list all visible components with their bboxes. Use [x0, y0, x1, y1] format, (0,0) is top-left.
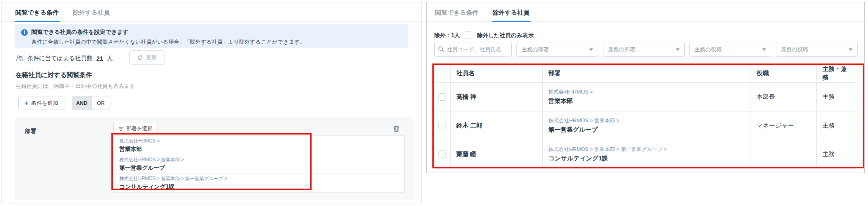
employee-role: --- [751, 140, 816, 168]
table-header-row: 社員名 部署 役職 主務・兼務 [434, 64, 857, 83]
plus-icon: + [24, 100, 28, 106]
department-path: 株式会社HRMOS > 営業本部 > 第一営業グループ > [119, 175, 399, 182]
concurrent-department-select[interactable]: 兼務の部署 [603, 42, 685, 57]
primary-role-select-label: 主務の役職 [695, 46, 722, 53]
refresh-button[interactable]: 更新 [129, 50, 165, 65]
tab-viewable-conditions[interactable]: 閲覧できる条件 [15, 7, 60, 22]
department-path: 株式会社HRMOS > [119, 138, 399, 144]
employee-duty-type: 主務 [816, 140, 857, 168]
concurrent-department-select-label: 兼務の部署 [608, 46, 635, 53]
row-checkbox[interactable] [438, 151, 446, 158]
info-banner-title: 閲覧できる社員の条件を設定できます [31, 28, 129, 36]
section-note: 在籍社員には、休職中・出向中の社員も含みます [16, 83, 135, 90]
chevron-down-icon [762, 48, 766, 51]
viewable-conditions-panel: 閲覧できる条件 除外する社員 i 閲覧できる社員の条件を設定できます 条件に合致… [1, 2, 422, 204]
employee-duty-type: 主務 [816, 111, 857, 140]
refresh-button-label: 更新 [146, 54, 157, 62]
and-or-toggle: AND OR [72, 96, 110, 110]
filter-icon [118, 127, 124, 131]
trash-icon[interactable] [393, 125, 400, 133]
tab-viewable-conditions[interactable]: 閲覧できる条件 [434, 7, 479, 22]
employee-table: 社員名 部署 役職 主務・兼務 髙橋 祥 株式会社HRMOS > 営業本部 本部… [434, 64, 857, 169]
select-department-label: 部署を選択 [126, 125, 152, 132]
add-condition-button[interactable]: + 条件を追加 [18, 96, 64, 110]
info-banner-description: 条件に合致した社員の中で閲覧させたくない社員がいる場合、「除外する社員」より除外… [31, 39, 402, 46]
condition-toolbar: + 条件を追加 AND OR [18, 96, 110, 110]
list-item: 株式会社HRMOS > 営業本部 > 第一営業グループ > コンサルティング1課 [114, 174, 404, 192]
department-path: 株式会社HRMOS > [548, 88, 593, 95]
concurrent-role-select-label: 兼務の役職 [781, 46, 808, 53]
table-row: 髙橋 祥 株式会社HRMOS > 営業本部 本部長 主務 [434, 83, 857, 111]
exclusion-summary-row: 除外：1人 除外した社員のみ表示 [434, 31, 534, 40]
chevron-down-icon [676, 48, 680, 51]
employee-role: マネージャー [751, 111, 816, 140]
employee-name: 鈴木 二郎 [450, 111, 542, 140]
department-name: 営業本部 [548, 97, 573, 105]
employee-filters: 主務の部署 兼務の部署 主務の役職 兼務の役職 [434, 42, 858, 57]
department-name: 第一営業グループ [548, 126, 598, 134]
department-name: 営業本部 [119, 145, 399, 153]
selected-departments-list: 株式会社HRMOS > 営業本部 株式会社HRMOS > 営業本部 > 第一営業… [113, 135, 405, 193]
table-row: 鈴木 二郎 株式会社HRMOS > 営業本部 > 第一営業グループ マネージャー… [434, 111, 857, 140]
matched-employees-stats: 条件に当てはまる社員数 21 人 [16, 51, 113, 65]
show-excluded-only-checkbox[interactable] [465, 32, 472, 39]
select-department-button[interactable]: 部署を選択 [113, 123, 157, 135]
header-department: 部署 [542, 64, 751, 82]
or-toggle-option[interactable]: OR [91, 96, 110, 110]
tab-excluded-employees[interactable]: 除外する社員 [492, 7, 531, 22]
primary-department-select-label: 主務の部署 [522, 46, 549, 53]
department-path: 株式会社HRMOS > 営業本部 > [548, 117, 619, 124]
chevron-down-icon [589, 48, 593, 51]
list-item: 株式会社HRMOS > 営業本部 [114, 136, 404, 155]
and-toggle-option[interactable]: AND [72, 96, 91, 110]
department-name: 第一営業グループ [119, 164, 399, 172]
list-item: 株式会社HRMOS > 営業本部 > 第一営業グループ [114, 155, 404, 174]
matched-count-unit: 人 [107, 55, 113, 63]
row-checkbox[interactable] [438, 122, 446, 129]
department-path: 株式会社HRMOS > 営業本部 > [119, 157, 399, 163]
primary-role-select[interactable]: 主務の役職 [689, 42, 771, 57]
tab-excluded-employees[interactable]: 除外する社員 [72, 7, 111, 22]
matched-count-value: 21 [96, 55, 103, 62]
header-checkbox-cell [434, 64, 450, 82]
department-condition-card: 部署 部署を選択 株式会社HRMOS > 営業本部 株式会社HRMOS > [15, 117, 414, 200]
condition-field-label: 部署 [25, 127, 36, 135]
excluded-employees-panel: 閲覧できる条件 除外する社員 除外：1人 除外した社員のみ表示 主務の部署 兼務… [426, 2, 865, 173]
department-name: コンサルティング1課 [119, 183, 399, 191]
info-icon: i [21, 29, 28, 36]
employee-department-cell: 株式会社HRMOS > 営業本部 > 第一営業グループ [542, 111, 751, 140]
show-excluded-only-label: 除外した社員のみ表示 [477, 32, 534, 40]
employee-department-cell: 株式会社HRMOS > 営業本部 > 第一営業グループ > コンサルティング1課 [542, 140, 751, 168]
table-row: 齋藤 瞳 株式会社HRMOS > 営業本部 > 第一営業グループ > コンサルテ… [434, 140, 857, 169]
employee-search-input[interactable] [434, 42, 512, 57]
people-icon [16, 55, 23, 62]
search-icon [438, 46, 444, 52]
employee-role: 本部長 [751, 83, 816, 111]
department-path: 株式会社HRMOS > 営業本部 > 第一営業グループ > [548, 146, 667, 153]
primary-department-select[interactable]: 主務の部署 [516, 42, 598, 57]
header-duty-type: 主務・兼務 [816, 64, 857, 82]
header-employee-name: 社員名 [450, 64, 542, 82]
concurrent-role-select[interactable]: 兼務の役職 [776, 42, 858, 57]
left-tab-bar: 閲覧できる条件 除外する社員 [1, 7, 422, 22]
info-banner: i 閲覧できる社員の条件を設定できます 条件に合致した社員の中で閲覧させたくない… [15, 24, 408, 48]
employee-duty-type: 主務 [816, 83, 857, 111]
excluded-count-label: 除外：1人 [434, 32, 460, 40]
matched-count-label: 条件に当てはまる社員数 [27, 55, 93, 63]
refresh-icon [137, 55, 143, 61]
employee-department-cell: 株式会社HRMOS > 営業本部 [542, 83, 751, 111]
add-condition-label: 条件を追加 [31, 100, 58, 107]
section-title: 在籍社員に対する閲覧条件 [16, 71, 92, 79]
employee-name: 齋藤 瞳 [450, 140, 542, 168]
row-checkbox[interactable] [438, 93, 446, 101]
chevron-down-icon [849, 48, 852, 51]
employee-name: 髙橋 祥 [450, 83, 542, 111]
department-name: コンサルティング1課 [548, 154, 608, 163]
right-tab-bar: 閲覧できる条件 除外する社員 [427, 7, 864, 22]
header-role: 役職 [751, 64, 816, 82]
